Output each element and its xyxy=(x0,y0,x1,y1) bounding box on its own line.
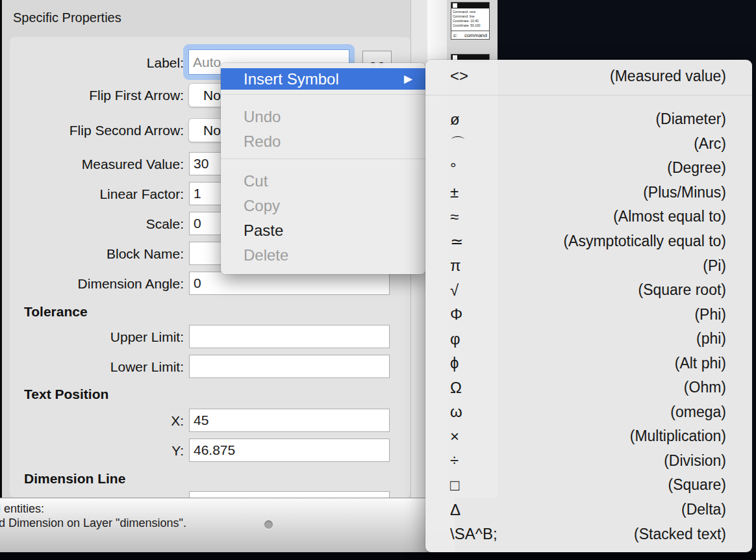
symbol-menu-item-14[interactable]: ×(Multiplication) xyxy=(425,424,752,449)
symbol-description: (Almost equal to) xyxy=(613,208,726,225)
context-menu: Insert Symbol▶UndoRedoCutCopyPasteDelete xyxy=(221,63,425,274)
dimension-angle-label: Dimension Angle: xyxy=(10,276,184,292)
symbol-description: (Square) xyxy=(668,476,726,494)
symbol-menu-item-17[interactable]: Δ(Delta) xyxy=(425,498,752,522)
flip-second-arrow-label: Flip Second Arrow: xyxy=(10,123,184,138)
menu-separator xyxy=(221,159,425,159)
thumbnail-text-line: Coordinate: 10,40 xyxy=(453,19,488,23)
symbol-glyph: \SA^B; xyxy=(450,525,498,543)
combobox-value: No xyxy=(203,123,221,138)
submenu-separator xyxy=(425,95,752,95)
symbol-menu-item-5[interactable]: ≈(Almost equal to) xyxy=(425,205,752,229)
panel-title: Specific Properties xyxy=(13,10,121,25)
symbol-menu-item-2[interactable]: ⌒(Arc) xyxy=(425,132,752,157)
symbol-glyph: Ω xyxy=(450,379,489,397)
symbol-description: (Asymptotically equal to) xyxy=(563,233,726,250)
prompt-value: command xyxy=(464,32,487,38)
symbol-glyph: √ xyxy=(450,281,489,299)
symbol-menu-item-15[interactable]: ÷(Division) xyxy=(425,449,752,474)
status-line-1: d entities: xyxy=(0,502,44,516)
menu-item-paste[interactable]: Paste xyxy=(221,218,425,243)
symbol-description: (Phi) xyxy=(694,306,726,324)
symbol-glyph: ± xyxy=(450,183,489,201)
insert-symbol-submenu: <>(Measured value)ø(Diameter)⌒(Arc)°(Deg… xyxy=(425,60,752,552)
lower-limit-input[interactable] xyxy=(189,355,390,378)
symbol-menu-item-11[interactable]: ϕ(Alt phi) xyxy=(425,351,752,375)
resize-handle-dot[interactable] xyxy=(264,520,273,529)
symbol-description: (Measured value) xyxy=(610,68,726,85)
symbol-glyph: ÷ xyxy=(450,452,489,470)
measured-value-label: Measured Value: xyxy=(10,157,184,172)
symbol-menu-item-13[interactable]: ω(omega) xyxy=(425,400,752,425)
menu-item-label: Insert Symbol xyxy=(244,70,339,88)
x-label: X: xyxy=(10,413,184,429)
submenu-arrow-icon: ▶ xyxy=(404,72,418,86)
thumbnail-titlebar xyxy=(451,3,489,8)
symbol-description: (Delta) xyxy=(681,501,726,518)
menu-item-insert-symbol[interactable]: Insert Symbol▶ xyxy=(221,68,425,90)
upper-limit-input[interactable] xyxy=(189,325,390,348)
thumbnail-text-line: Coordinate: 50,100 xyxy=(453,23,488,28)
symbol-description: (Square root) xyxy=(638,281,726,299)
menu-item-copy: Copy xyxy=(221,194,425,218)
lower-limit-label: Lower Limit: xyxy=(10,359,184,375)
prompt-label: c: xyxy=(453,32,457,38)
symbol-description: (Multiplication) xyxy=(630,427,726,445)
symbol-menu-item-16[interactable]: □(Square) xyxy=(425,473,752,498)
symbol-glyph: × xyxy=(450,427,489,446)
linear-factor-label: Linear Factor: xyxy=(10,186,184,202)
flip-first-arrow-label: Flip First Arrow: xyxy=(10,88,184,103)
menu-item-redo: Redo xyxy=(221,129,425,154)
symbol-glyph: □ xyxy=(450,476,489,494)
symbol-menu-item-18[interactable]: \SA^B;(Stacked text) xyxy=(425,522,752,546)
block-name-label: Block Name: xyxy=(10,246,184,262)
x-input[interactable] xyxy=(189,409,390,432)
thumbnail-text-line: Command: new xyxy=(453,10,488,14)
thumbnail-close-box xyxy=(453,3,457,8)
symbol-description: (Diameter) xyxy=(655,110,726,128)
left-black-edge xyxy=(0,0,2,498)
symbol-menu-item-9[interactable]: Φ(Phi) xyxy=(425,302,752,327)
text-position-heading: Text Position xyxy=(24,387,108,402)
symbol-description: (Arc) xyxy=(694,135,726,153)
symbol-glyph: ω xyxy=(450,403,489,421)
menu-item-label: Cut xyxy=(244,172,268,190)
symbol-glyph: ø xyxy=(450,110,489,129)
symbol-menu-item-0[interactable]: <>(Measured value) xyxy=(425,61,752,91)
thumbnail-text-line: Command: line xyxy=(453,14,488,19)
symbol-menu-item-6[interactable]: ≃(Asymptotically equal to) xyxy=(425,229,752,254)
symbol-menu-item-4[interactable]: ±(Plus/Minus) xyxy=(425,181,752,205)
symbol-description: (Stacked text) xyxy=(634,526,726,543)
y-input[interactable] xyxy=(189,439,390,462)
command-widget-thumbnail: Command: newCommand: lineCoordinate: 10,… xyxy=(451,2,490,40)
upper-limit-label: Upper Limit: xyxy=(10,329,184,345)
symbol-description: (omega) xyxy=(670,403,726,421)
symbol-glyph: <> xyxy=(450,67,489,85)
symbol-description: (Pi) xyxy=(703,257,726,275)
symbol-glyph: φ xyxy=(450,330,489,348)
symbol-menu-item-12[interactable]: Ω(Ohm) xyxy=(425,375,752,400)
symbol-glyph: ⌒ xyxy=(450,133,489,154)
menu-item-cut: Cut xyxy=(221,169,425,194)
symbol-menu-item-3[interactable]: °(Degree) xyxy=(425,156,752,181)
menu-item-label: Undo xyxy=(244,108,281,126)
symbol-menu-item-8[interactable]: √(Square root) xyxy=(425,278,752,303)
symbol-description: (phi) xyxy=(696,330,726,348)
dimension-angle-input[interactable] xyxy=(189,272,390,295)
symbol-glyph: Φ xyxy=(450,305,489,324)
symbol-menu-item-7[interactable]: π(Pi) xyxy=(425,253,752,278)
symbol-menu-item-1[interactable]: ø(Diameter) xyxy=(425,107,752,132)
label-field-label: Label: xyxy=(10,55,184,71)
tolerance-heading: Tolerance xyxy=(24,304,88,320)
symbol-description: (Ohm) xyxy=(684,379,726,396)
dimension-line-heading: Dimension Line xyxy=(24,471,125,487)
menu-item-label: Delete xyxy=(244,246,288,264)
symbol-description: (Alt phi) xyxy=(675,355,726,372)
thumbnail-history: Command: newCommand: lineCoordinate: 10,… xyxy=(451,8,489,31)
symbol-description: (Plus/Minus) xyxy=(643,184,726,201)
symbol-glyph: Δ xyxy=(450,501,489,519)
menu-item-label: Redo xyxy=(244,133,281,151)
menu-item-delete: Delete xyxy=(221,243,425,268)
symbol-description: (Degree) xyxy=(667,159,726,177)
symbol-menu-item-10[interactable]: φ(phi) xyxy=(425,327,752,351)
